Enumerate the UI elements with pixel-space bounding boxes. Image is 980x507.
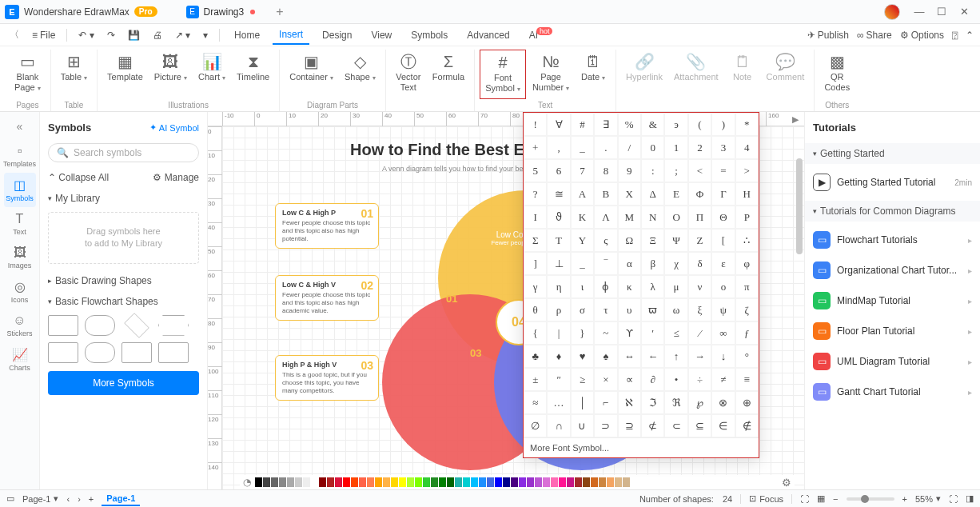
shape-rounded[interactable]: [85, 315, 115, 336]
file-menu[interactable]: ≡ File: [29, 28, 58, 42]
symbol-cell[interactable]: ∪: [571, 414, 594, 437]
symbol-cell[interactable]: ↑: [664, 345, 687, 368]
color-chip[interactable]: [343, 477, 350, 487]
symbol-cell[interactable]: Β: [594, 182, 617, 206]
symbol-cell[interactable]: #: [571, 113, 594, 136]
symbol-cell[interactable]: ]: [524, 252, 547, 275]
symbol-cell[interactable]: λ: [641, 275, 664, 298]
tutorial-item[interactable]: ▭Flowchart Tutorials▸: [813, 225, 972, 255]
symbol-cell[interactable]: Φ: [688, 182, 711, 206]
rail-symbols[interactable]: ◫Symbols: [4, 173, 36, 207]
symbol-cell[interactable]: .: [594, 136, 617, 159]
symbol-cell[interactable]: ♣: [524, 345, 547, 368]
symbol-cell[interactable]: ϒ: [618, 321, 641, 345]
tutorial-item[interactable]: ▭MindMap Tutorial▸: [813, 285, 972, 316]
symbol-cell[interactable]: ο: [711, 275, 735, 298]
symbol-cell[interactable]: Ζ: [688, 229, 711, 252]
symbol-cell[interactable]: 4: [735, 136, 759, 159]
symbol-cell[interactable]: ≥: [571, 368, 594, 391]
symbol-cell[interactable]: ≅: [547, 182, 570, 206]
symbol-cell[interactable]: Υ: [571, 229, 594, 252]
color-chip[interactable]: [607, 477, 614, 487]
symbol-cell[interactable]: Λ: [594, 206, 617, 229]
symbol-cell[interactable]: ℘: [688, 391, 711, 414]
color-chip[interactable]: [471, 477, 478, 487]
symbol-cell[interactable]: _: [571, 136, 594, 159]
ribbon-qr[interactable]: ▩QRCodes: [819, 50, 855, 99]
add-page-button[interactable]: +: [89, 494, 94, 504]
tab-ai[interactable]: AIhot: [523, 26, 561, 44]
color-chip[interactable]: [399, 477, 406, 487]
more-symbols-button[interactable]: More Symbols: [48, 371, 199, 395]
maximize-button[interactable]: ☐: [930, 1, 953, 23]
color-chip[interactable]: [311, 477, 318, 487]
symbol-cell[interactable]: ⊕: [735, 391, 759, 414]
redo-button[interactable]: ↷: [104, 28, 118, 42]
symbol-cell[interactable]: (: [688, 113, 711, 136]
symbol-cell[interactable]: ∈: [711, 414, 735, 437]
color-chip[interactable]: [503, 477, 510, 487]
shape-rect4[interactable]: [158, 342, 189, 363]
ribbon-chart[interactable]: 📊Chart ▾: [193, 50, 230, 99]
symbol-cell[interactable]: Χ: [618, 182, 641, 206]
options-button[interactable]: ⚙ Options: [900, 30, 944, 41]
symbol-cell[interactable]: |: [547, 321, 570, 345]
color-chip[interactable]: [463, 477, 470, 487]
fullscreen-icon[interactable]: ⛶: [949, 494, 958, 504]
color-chip[interactable]: [383, 477, 390, 487]
undo-button[interactable]: ↶ ▾: [75, 28, 97, 42]
symbol-cell[interactable]: ϑ: [547, 206, 570, 229]
symbol-cell[interactable]: ς: [594, 229, 617, 252]
collapse-ribbon[interactable]: ⌃: [966, 30, 974, 41]
rail-charts[interactable]: 📈Charts: [4, 342, 36, 377]
color-chip[interactable]: [535, 477, 542, 487]
symbol-cell[interactable]: ≤: [664, 321, 687, 345]
symbol-cell[interactable]: <: [688, 159, 711, 182]
color-chip[interactable]: [439, 477, 446, 487]
symbol-cell[interactable]: ∞: [711, 321, 735, 345]
zoom-level[interactable]: 55% ▾: [915, 493, 941, 504]
symbol-cell[interactable]: ℑ: [641, 391, 664, 414]
zoom-out-button[interactable]: −: [833, 494, 838, 504]
tutorial-item[interactable]: ▭UML Diagram Tutorial▸: [813, 346, 972, 377]
color-settings-icon[interactable]: ⚙: [782, 477, 791, 489]
ribbon-table[interactable]: ⊞Table ▾: [56, 50, 92, 99]
symbol-cell[interactable]: :: [641, 159, 664, 182]
ribbon-formula[interactable]: ΣFormula: [428, 50, 469, 99]
symbol-cell[interactable]: Μ: [618, 206, 641, 229]
symbol-cell[interactable]: &: [641, 113, 664, 136]
symbol-cell[interactable]: ″: [547, 368, 570, 391]
export-button[interactable]: ↗ ▾: [172, 28, 193, 42]
symbol-cell[interactable]: Σ: [524, 229, 547, 252]
symbol-cell[interactable]: Δ: [641, 182, 664, 206]
symbol-cell[interactable]: α: [618, 252, 641, 275]
color-chip[interactable]: [575, 477, 582, 487]
symbol-cell[interactable]: ⊥: [547, 252, 570, 275]
symbol-cell[interactable]: ;: [664, 159, 687, 182]
ribbon-timeline[interactable]: ⧗Timeline: [232, 50, 274, 99]
color-chip[interactable]: [391, 477, 398, 487]
scrollbar-vertical[interactable]: [796, 158, 803, 254]
color-chip[interactable]: [591, 477, 598, 487]
tutorial-item[interactable]: ▭Organizational Chart Tutor...▸: [813, 255, 972, 285]
tutorial-getting-started[interactable]: ▶ Getting Started Tutorial 2min: [813, 167, 972, 198]
symbol-cell[interactable]: 2: [688, 136, 711, 159]
close-button[interactable]: ✕: [953, 1, 975, 23]
symbol-cell[interactable]: ϕ: [594, 275, 617, 298]
symbol-cell[interactable]: ⊇: [618, 414, 641, 437]
new-tab-button[interactable]: +: [268, 5, 291, 19]
symbol-cell[interactable]: γ: [524, 275, 547, 298]
focus-button[interactable]: ⊡ Focus: [749, 493, 783, 504]
symbol-cell[interactable]: Ξ: [641, 229, 664, 252]
symbol-cell[interactable]: Ι: [524, 206, 547, 229]
color-chip[interactable]: [511, 477, 518, 487]
basic-drawing-header[interactable]: ▸ Basic Drawing Shapes: [48, 270, 199, 291]
symbol-cell[interactable]: 5: [524, 159, 547, 182]
rail-stickers[interactable]: ☺Stickers: [4, 309, 36, 342]
symbol-cell[interactable]: Ω: [618, 229, 641, 252]
symbol-cell[interactable]: Γ: [711, 182, 735, 206]
symbol-cell[interactable]: э: [664, 113, 687, 136]
shape-rect2[interactable]: [48, 342, 78, 363]
symbol-cell[interactable]: Κ: [571, 206, 594, 229]
symbol-cell[interactable]: ♦: [547, 345, 570, 368]
